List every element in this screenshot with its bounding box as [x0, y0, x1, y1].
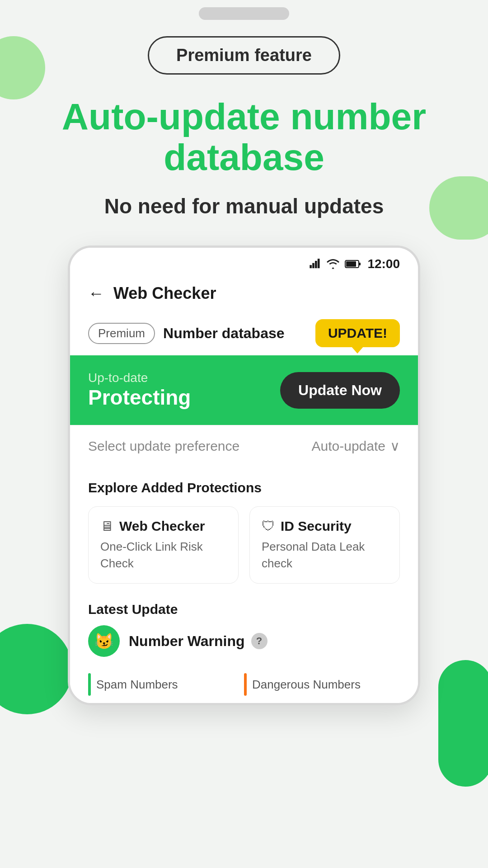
premium-tag: Premium — [88, 323, 155, 344]
dangerous-numbers-stat: Dangerous Numbers — [244, 673, 400, 696]
svg-marker-3 — [318, 259, 320, 269]
phone-nav-title: Web Checker — [113, 284, 216, 303]
stats-row: Spam Numbers Dangerous Numbers — [70, 666, 418, 703]
spam-label: Spam Numbers — [96, 678, 178, 692]
svg-marker-0 — [310, 265, 312, 269]
svg-rect-5 — [359, 263, 361, 265]
update-now-button[interactable]: Update Now — [280, 372, 400, 409]
back-arrow-icon[interactable]: ← — [88, 284, 104, 303]
web-checker-card-header: 🖥 Web Checker — [100, 519, 226, 534]
status-icons — [309, 258, 361, 270]
id-security-title: ID Security — [281, 519, 352, 534]
explore-section: Explore Added Protections 🖥 Web Checker … — [70, 467, 418, 593]
svg-marker-1 — [313, 263, 315, 269]
phone-mockup: 12:00 ← Web Checker Premium Number datab… — [68, 245, 420, 705]
main-content: Premium feature Auto-update number datab… — [0, 0, 488, 705]
green-panel: Up-to-date Protecting Update Now — [70, 355, 418, 425]
dangerous-bar — [244, 673, 247, 696]
green-panel-left: Up-to-date Protecting — [88, 371, 191, 410]
status-time: 12:00 — [367, 257, 400, 271]
number-warning-title: Number Warning ? — [129, 633, 267, 650]
number-warning-icon: 😼 — [88, 625, 120, 657]
web-checker-card[interactable]: 🖥 Web Checker One-Click Link Risk Check — [88, 506, 239, 584]
id-security-icon: 🛡 — [262, 519, 275, 534]
premium-badge: Premium feature — [148, 36, 340, 75]
id-security-card[interactable]: 🛡 ID Security Personal Data Leak check — [249, 506, 400, 584]
update-badge[interactable]: UPDATE! — [315, 319, 400, 347]
db-left: Premium Number database — [88, 323, 285, 344]
hero-subtitle: No need for manual updates — [77, 194, 411, 218]
db-label: Number database — [163, 325, 285, 342]
id-security-desc: Personal Data Leak check — [262, 538, 388, 571]
web-checker-title: Web Checker — [119, 519, 205, 534]
pref-label: Select update preference — [88, 439, 239, 454]
number-warning-label: Number Warning — [129, 633, 245, 650]
number-database-row: Premium Number database UPDATE! — [70, 311, 418, 355]
spam-numbers-stat: Spam Numbers — [88, 673, 244, 696]
hero-title: Auto-update number database — [0, 96, 488, 178]
pref-value-text: Auto-update — [312, 439, 385, 454]
pref-row: Select update preference Auto-update ∨ — [70, 425, 418, 467]
dangerous-label: Dangerous Numbers — [252, 678, 361, 692]
premium-badge-text: Premium feature — [176, 46, 312, 65]
green-panel-subtitle: Up-to-date — [88, 371, 191, 385]
pref-value[interactable]: Auto-update ∨ — [312, 438, 400, 454]
web-checker-desc: One-Click Link Risk Check — [100, 538, 226, 571]
svg-marker-2 — [315, 261, 317, 268]
id-security-card-header: 🛡 ID Security — [262, 519, 388, 534]
spam-bar — [88, 673, 91, 696]
latest-section: Latest Update 😼 Number Warning ? — [70, 593, 418, 666]
signal-icon — [309, 258, 321, 270]
status-bar: 12:00 — [70, 248, 418, 276]
web-checker-icon: 🖥 — [100, 519, 114, 534]
svg-rect-6 — [346, 261, 356, 267]
question-icon[interactable]: ? — [251, 633, 267, 649]
battery-icon — [345, 259, 361, 269]
latest-update-title: Latest Update — [88, 602, 400, 617]
wifi-icon — [326, 258, 340, 270]
chevron-down-icon: ∨ — [390, 438, 400, 454]
protection-cards: 🖥 Web Checker One-Click Link Risk Check … — [88, 506, 400, 584]
green-panel-title: Protecting — [88, 385, 191, 410]
phone-nav: ← Web Checker — [70, 276, 418, 311]
update-item: 😼 Number Warning ? — [88, 625, 400, 657]
explore-section-title: Explore Added Protections — [88, 480, 400, 495]
